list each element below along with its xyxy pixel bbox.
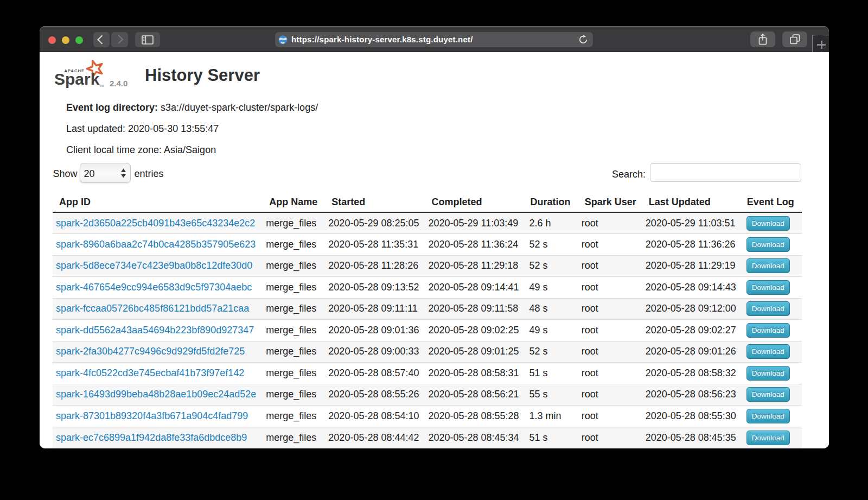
svg-text:Spark: Spark: [54, 70, 100, 88]
svg-text:TM: TM: [100, 84, 104, 87]
